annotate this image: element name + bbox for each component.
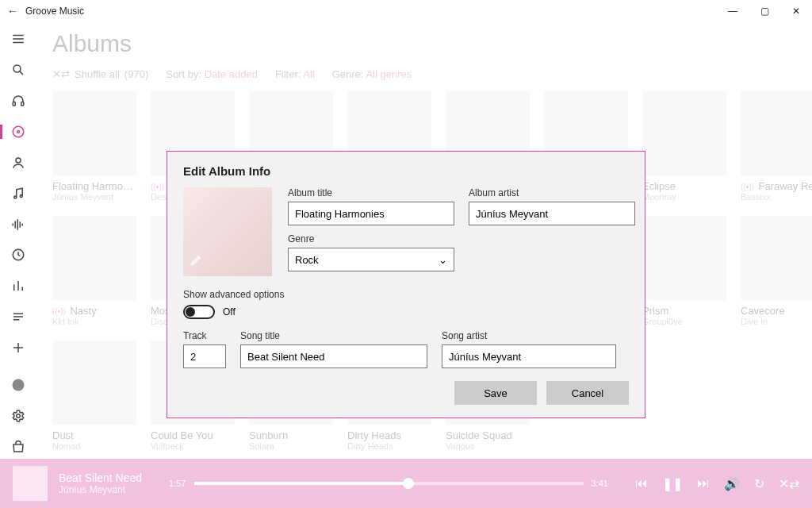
album-art[interactable] bbox=[741, 91, 812, 175]
album-title: Prism bbox=[642, 305, 726, 317]
shuffle-label: Shuffle all bbox=[75, 68, 120, 80]
save-button[interactable]: Save bbox=[454, 381, 537, 405]
shuffle-all-button[interactable]: ✕⇄ Shuffle all (970) bbox=[52, 68, 148, 80]
search-icon[interactable] bbox=[0, 58, 36, 83]
svg-point-22 bbox=[17, 414, 21, 418]
next-icon[interactable]: ⏭ bbox=[697, 476, 710, 491]
song-artist-label: Song artist bbox=[442, 330, 616, 341]
album-title: Could Be You bbox=[151, 429, 235, 441]
album-card[interactable]: CavecoreDive In bbox=[741, 216, 812, 326]
album-title: Sunburn bbox=[249, 429, 333, 441]
headphones-icon[interactable] bbox=[0, 89, 36, 114]
shuffle-icon: ✕⇄ bbox=[52, 68, 70, 80]
player-track-artist: Júníus Meyvant bbox=[59, 484, 142, 495]
advanced-toggle[interactable] bbox=[183, 305, 215, 319]
edit-art-icon[interactable] bbox=[190, 252, 204, 270]
album-artist: Júníus Meyvant bbox=[52, 192, 136, 202]
profile-icon[interactable] bbox=[0, 372, 36, 397]
album-artist: Vulfpeck bbox=[151, 441, 235, 451]
album-title: ((•)) Faraway Reach bbox=[741, 180, 812, 192]
close-button[interactable]: ✕ bbox=[780, 0, 812, 22]
filter-label: Filter: bbox=[275, 68, 301, 80]
advanced-toggle-state: Off bbox=[223, 306, 236, 318]
album-title: Dirty Heads bbox=[347, 429, 431, 441]
player-progress-fill bbox=[194, 482, 408, 485]
album-card[interactable]: PrismGroupl0ve bbox=[642, 216, 726, 326]
equalizer-icon[interactable] bbox=[0, 274, 36, 298]
recent-icon[interactable] bbox=[0, 243, 36, 267]
player-total: 3:41 bbox=[592, 479, 608, 488]
album-artist: Moonray bbox=[642, 192, 726, 202]
genre-filter[interactable]: Genre: All genres bbox=[332, 68, 412, 80]
store-icon[interactable] bbox=[0, 434, 36, 459]
previous-icon[interactable]: ⏮ bbox=[635, 476, 648, 491]
album-title: ((•)) Nasty bbox=[52, 305, 136, 317]
player-progress-thumb[interactable] bbox=[403, 478, 414, 489]
player-progress[interactable] bbox=[194, 482, 584, 485]
album-title: Eclipse bbox=[642, 180, 726, 192]
album-card[interactable]: ((•)) Faraway ReachBassixx bbox=[741, 91, 812, 202]
album-artist: Dive In bbox=[741, 317, 812, 326]
sort-by-value: Date added bbox=[205, 68, 258, 80]
filter-value: All bbox=[303, 68, 314, 80]
track-label: Track bbox=[183, 330, 226, 341]
advanced-options-label: Show advanced options bbox=[183, 289, 629, 300]
svg-rect-6 bbox=[21, 102, 24, 106]
song-title-input[interactable] bbox=[240, 344, 427, 368]
album-art[interactable] bbox=[52, 91, 136, 175]
album-title-input[interactable] bbox=[288, 202, 454, 225]
song-artist-input[interactable] bbox=[442, 344, 616, 368]
edit-album-dialog: Edit Album Info Album title Album artist bbox=[167, 151, 645, 418]
genre-select[interactable]: Rock ⌄ bbox=[288, 248, 454, 271]
dialog-album-art[interactable] bbox=[183, 187, 272, 276]
album-art[interactable] bbox=[741, 216, 812, 300]
player-bar: Beat Silent Need Júníus Meyvant 1:57 3:4… bbox=[0, 459, 812, 508]
menu-icon[interactable] bbox=[0, 27, 36, 52]
songs-icon[interactable] bbox=[0, 181, 36, 206]
back-button[interactable]: ← bbox=[0, 5, 25, 17]
album-card[interactable]: EclipseMoonray bbox=[642, 91, 726, 202]
artist-icon[interactable] bbox=[0, 150, 36, 175]
shuffle-count: (970) bbox=[124, 68, 148, 80]
album-art[interactable] bbox=[642, 91, 726, 175]
filter-bar: ✕⇄ Shuffle all (970) Sort by: Date added… bbox=[52, 68, 812, 80]
album-card[interactable]: Floating HarmoniesJúníus Meyvant bbox=[52, 91, 136, 202]
maximize-button[interactable]: ▢ bbox=[749, 0, 780, 22]
filter[interactable]: Filter: All bbox=[275, 68, 315, 80]
album-art[interactable] bbox=[52, 341, 136, 425]
genre-value: Rock bbox=[295, 254, 319, 266]
track-input[interactable] bbox=[183, 344, 226, 368]
player-elapsed: 1:57 bbox=[169, 479, 186, 488]
cancel-button[interactable]: Cancel bbox=[546, 381, 629, 405]
minimize-button[interactable]: — bbox=[717, 0, 749, 22]
album-artist: Groupl0ve bbox=[642, 317, 726, 326]
shuffle-icon[interactable]: ✕⇄ bbox=[779, 476, 799, 491]
repeat-icon[interactable]: ↻ bbox=[754, 476, 764, 491]
albums-icon[interactable] bbox=[0, 120, 36, 144]
album-card[interactable]: DustNomad bbox=[52, 341, 136, 451]
genre-label: Genre bbox=[288, 233, 454, 244]
album-title: Floating Harmonies bbox=[52, 180, 136, 192]
album-artist: Kid Ink bbox=[52, 317, 136, 326]
album-art[interactable] bbox=[642, 216, 726, 300]
album-artist-input[interactable] bbox=[469, 202, 635, 225]
svg-point-3 bbox=[13, 65, 21, 72]
window-title: Groove Music bbox=[25, 6, 84, 17]
album-card[interactable]: ((•)) NastyKid Ink bbox=[52, 216, 136, 326]
album-art[interactable] bbox=[52, 216, 136, 300]
settings-icon[interactable] bbox=[0, 403, 36, 428]
svg-point-10 bbox=[14, 196, 17, 198]
svg-point-9 bbox=[16, 158, 21, 163]
sort-by[interactable]: Sort by: Date added bbox=[166, 68, 258, 80]
playlists-icon[interactable] bbox=[0, 305, 36, 329]
pause-icon[interactable]: ❚❚ bbox=[662, 476, 683, 491]
now-playing-icon[interactable] bbox=[0, 212, 36, 237]
player-album-art[interactable] bbox=[13, 466, 48, 501]
album-artist-label: Album artist bbox=[469, 187, 635, 198]
album-artist: Bassixx bbox=[741, 192, 812, 202]
volume-icon[interactable]: 🔊 bbox=[724, 476, 740, 491]
dialog-title: Edit Album Info bbox=[183, 164, 629, 178]
now-playing-indicator-icon: ((•)) bbox=[52, 307, 66, 316]
add-icon[interactable] bbox=[0, 336, 36, 360]
album-artist: Nomad bbox=[52, 441, 136, 451]
